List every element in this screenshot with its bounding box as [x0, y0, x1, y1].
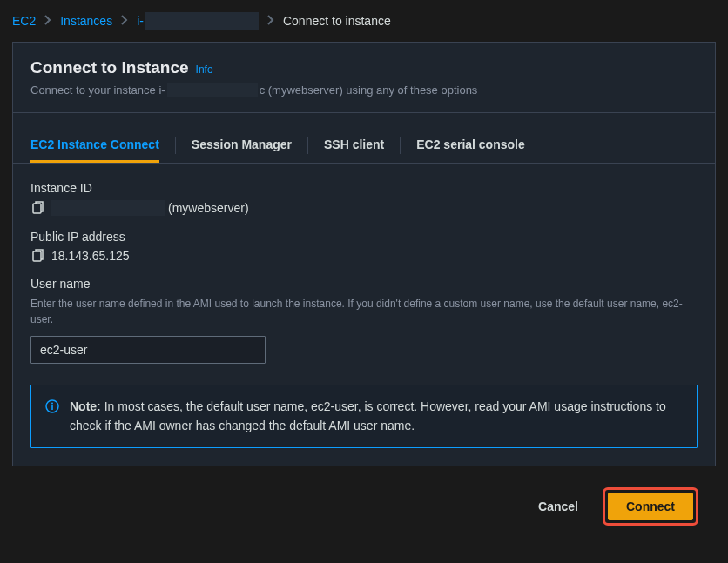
redacted-box [145, 12, 259, 30]
breadcrumb-current: Connect to instance [283, 14, 391, 28]
connect-button[interactable]: Connect [608, 493, 693, 520]
tab-ec2-instance-connect[interactable]: EC2 Instance Connect [30, 129, 159, 163]
tab-separator [307, 137, 308, 154]
cancel-button[interactable]: Cancel [526, 493, 590, 520]
copy-icon[interactable] [30, 249, 44, 263]
public-ip-label: Public IP address [30, 230, 698, 244]
panel-body: Instance ID (mywebserver) Public IP addr… [13, 164, 715, 466]
page-subtitle: Connect to your instance i-c (mywebserve… [30, 83, 698, 97]
breadcrumb-ec2[interactable]: EC2 [12, 14, 36, 28]
svg-point-3 [51, 403, 53, 405]
copy-icon[interactable] [30, 201, 44, 215]
breadcrumb-instance-prefix: i- [137, 14, 144, 28]
subtitle-prefix: Connect to your instance i- [30, 84, 165, 97]
tab-separator [400, 137, 401, 154]
panel-header: Connect to instance Info Connect to your… [13, 43, 715, 113]
redacted-box [167, 83, 258, 97]
svg-rect-1 [33, 251, 41, 261]
page-title: Connect to instance [30, 58, 189, 77]
subtitle-suffix: c (mywebserver) using any of these optio… [260, 84, 478, 97]
info-link[interactable]: Info [196, 64, 213, 76]
connect-button-highlight: Connect [603, 487, 698, 526]
redacted-box [51, 200, 165, 216]
breadcrumb-instances[interactable]: Instances [60, 14, 112, 28]
tab-ec2-serial-console[interactable]: EC2 serial console [416, 129, 525, 163]
chevron-right-icon [44, 14, 51, 28]
instance-id-label: Instance ID [30, 181, 698, 195]
instance-id-row: (mywebserver) [30, 200, 698, 216]
note-text: Note: In most cases, the default user na… [70, 398, 683, 435]
chevron-right-icon [267, 14, 274, 28]
instance-id-value: (mywebserver) [51, 200, 249, 216]
username-help: Enter the user name defined in the AMI u… [30, 296, 698, 327]
instance-id-name: (mywebserver) [168, 201, 249, 215]
note-box: Note: In most cases, the default user na… [30, 385, 698, 448]
tabs: EC2 Instance Connect Session Manager SSH… [13, 129, 715, 164]
public-ip-value: 18.143.65.125 [51, 249, 130, 263]
svg-rect-0 [33, 204, 41, 213]
chevron-right-icon [121, 14, 128, 28]
note-body: In most cases, the default user name, ec… [70, 399, 666, 432]
footer: Cancel Connect [12, 466, 716, 543]
breadcrumb: EC2 Instances i- Connect to instance [0, 0, 728, 42]
breadcrumb-instance-id[interactable]: i- [137, 12, 259, 30]
svg-rect-4 [51, 405, 53, 411]
tab-separator [175, 137, 176, 154]
tab-ssh-client[interactable]: SSH client [324, 129, 384, 163]
info-icon [45, 399, 59, 413]
connect-panel: Connect to instance Info Connect to your… [12, 42, 716, 466]
username-input[interactable] [30, 336, 266, 364]
tab-session-manager[interactable]: Session Manager [192, 129, 292, 163]
note-label: Note: [70, 399, 101, 413]
username-label: User name [30, 277, 698, 291]
public-ip-row: 18.143.65.125 [30, 249, 698, 263]
